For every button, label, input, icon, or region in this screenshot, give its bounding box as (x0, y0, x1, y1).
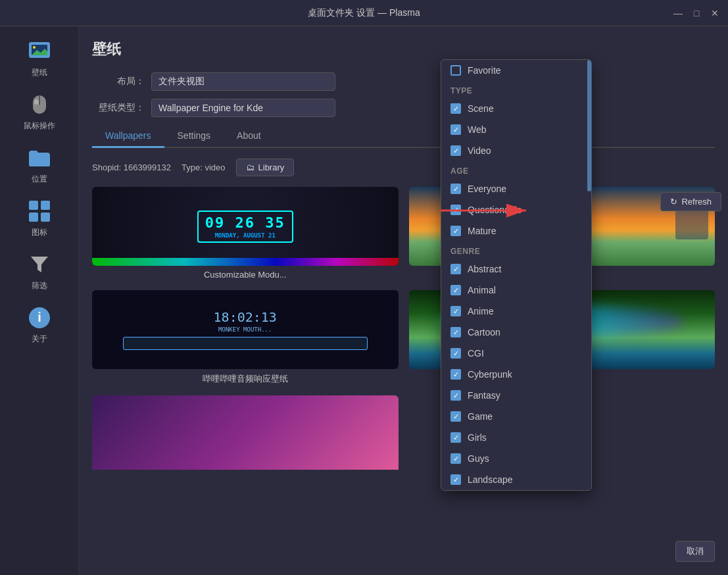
sidebar-item-wallpaper[interactable]: 壁纸 (0, 33, 78, 84)
tab-wallpapers[interactable]: Wallpapers (92, 125, 164, 148)
dropdown-label-video: Video (468, 145, 491, 156)
dropdown-item-animal[interactable]: Animal (441, 280, 591, 301)
dropdown-item-guys[interactable]: Guys (441, 448, 591, 469)
layout-label: 布局： (92, 76, 145, 88)
dropdown-item-fantasy[interactable]: Fantasy (441, 385, 591, 406)
checkbox-questionable[interactable] (450, 205, 461, 215)
checkbox-animal[interactable] (450, 285, 461, 295)
titlebar-controls: — □ ✕ (671, 7, 721, 20)
refresh-button[interactable]: ↻ Refresh (660, 192, 721, 211)
tabs: Wallpapers Settings About (92, 125, 715, 148)
checkbox-everyone[interactable] (450, 184, 461, 194)
wallpaper-type-label: 壁纸类型： (92, 102, 145, 114)
info-row: Shopid: 1663999132 Type: video 🗂 Library (92, 159, 715, 176)
sidebar-item-mouse[interactable]: 鼠标操作 (0, 86, 78, 137)
dropdown-label-questionable: Questionable (468, 205, 522, 215)
sidebar-label-icon: 图标 (32, 227, 47, 238)
checkbox-mature[interactable] (450, 226, 461, 236)
dropdown-item-video[interactable]: Video (441, 140, 591, 161)
dropdown-item-anime[interactable]: Anime (441, 301, 591, 322)
titlebar-title: 桌面文件夹 设置 — Plasma (308, 7, 420, 19)
checkbox-fantasy[interactable] (450, 390, 461, 401)
dropdown-label-favorite: Favorite (468, 65, 501, 76)
checkbox-cartoon[interactable] (450, 327, 461, 338)
checkbox-guys[interactable] (450, 453, 461, 464)
checkbox-favorite[interactable] (450, 65, 461, 76)
dropdown-item-abstract[interactable]: Abstract (441, 259, 591, 280)
checkbox-cyberpunk[interactable] (450, 369, 461, 380)
dropdown-label-fantasy: Fantasy (468, 390, 500, 401)
dropdown-label-guys: Guys (468, 453, 489, 464)
svg-marker-11 (31, 257, 48, 272)
checkbox-abstract[interactable] (450, 264, 461, 274)
content-area: 壁纸 布局： 壁纸类型： Wallpapers Settings About S… (79, 26, 728, 575)
maximize-button[interactable]: □ (690, 7, 703, 20)
dropdown-item-scene[interactable]: Scene (441, 98, 591, 119)
dropdown-item-favorite[interactable]: Favorite (441, 60, 591, 81)
dropdown-label-abstract: Abstract (468, 264, 501, 274)
main-layout: 壁纸 鼠标操作 位置 (0, 26, 728, 575)
dropdown-label-landscape: Landscape (468, 474, 513, 485)
refresh-icon: ↻ (670, 197, 677, 207)
dropdown-label-animal: Animal (468, 285, 496, 295)
dropdown-item-web[interactable]: Web (441, 119, 591, 140)
dropdown-header-genre: GENRE (441, 241, 591, 259)
about-icon: i (26, 305, 53, 331)
wallpaper-thumb-3: 18:02:13 MONKEY MOUTH... (92, 290, 399, 369)
titlebar: 桌面文件夹 设置 — Plasma — □ ✕ (0, 0, 728, 26)
sidebar-item-location[interactable]: 位置 (0, 139, 78, 190)
dropdown-item-mature[interactable]: Mature (441, 220, 591, 241)
dropdown-label-cyberpunk: Cyberpunk (468, 369, 512, 380)
sidebar-label-mouse: 鼠标操作 (24, 120, 55, 132)
sidebar-item-icon[interactable]: 图标 (0, 193, 78, 243)
checkbox-girls[interactable] (450, 432, 461, 443)
checkbox-landscape[interactable] (450, 474, 461, 485)
layout-input[interactable] (151, 72, 335, 91)
checkbox-video[interactable] (450, 145, 461, 156)
page-title: 壁纸 (92, 39, 715, 59)
svg-rect-6 (34, 99, 39, 105)
sidebar-label-filter: 筛选 (32, 280, 47, 291)
svg-rect-9 (29, 213, 38, 222)
svg-rect-7 (29, 201, 38, 210)
wallpaper-icon (26, 38, 53, 64)
checkbox-cgi[interactable] (450, 348, 461, 359)
svg-rect-10 (41, 213, 50, 222)
checkbox-game[interactable] (450, 411, 461, 422)
wallpaper-grid: 09 26 35 MONDAY, AUGUST 21 Customizable … (92, 187, 715, 470)
wallpaper-item-1[interactable]: 09 26 35 MONDAY, AUGUST 21 Customizable … (92, 187, 399, 280)
dropdown-item-game[interactable]: Game (441, 406, 591, 427)
svg-text:i: i (37, 310, 41, 324)
wallpaper-item-3[interactable]: 18:02:13 MONKEY MOUTH... 哔哩哔哩音频响应壁纸 (92, 290, 399, 385)
mouse-icon (26, 91, 53, 118)
dropdown-item-cartoon[interactable]: Cartoon (441, 322, 591, 343)
wallpaper-type-input[interactable] (151, 99, 335, 117)
wallpaper-thumb-1: 09 26 35 MONDAY, AUGUST 21 (92, 187, 399, 266)
sidebar-label-wallpaper: 壁纸 (32, 67, 47, 78)
tab-about[interactable]: About (224, 125, 274, 148)
sidebar-item-filter[interactable]: 筛选 (0, 246, 78, 297)
minimize-button[interactable]: — (671, 7, 685, 20)
sidebar-label-about: 关于 (32, 334, 47, 345)
tab-settings[interactable]: Settings (164, 125, 224, 148)
dropdown-item-everyone[interactable]: Everyone (441, 178, 591, 199)
close-button[interactable]: ✕ (708, 7, 721, 20)
svg-rect-8 (41, 201, 50, 210)
library-button[interactable]: 🗂 Library (236, 159, 295, 176)
dropdown-header-age: AGE (441, 161, 591, 178)
checkbox-scene[interactable] (450, 103, 461, 114)
dropdown-item-girls[interactable]: Girls (441, 427, 591, 448)
checkbox-anime[interactable] (450, 306, 461, 316)
cancel-button[interactable]: 取消 (675, 541, 715, 562)
dropdown-label-game: Game (468, 411, 493, 422)
wallpaper-item-5[interactable] (92, 395, 399, 470)
checkbox-web[interactable] (450, 124, 461, 135)
sidebar-item-about[interactable]: i 关于 (0, 299, 78, 350)
dropdown-label-cartoon: Cartoon (468, 327, 500, 338)
dropdown-item-questionable[interactable]: Questionable (441, 199, 591, 220)
filter-icon (26, 251, 53, 278)
dropdown-item-landscape[interactable]: Landscape (441, 469, 591, 490)
dropdown-scroll[interactable]: FavoriteTYPESceneWebVideoAGEEveryoneQues… (441, 60, 591, 490)
dropdown-item-cyberpunk[interactable]: Cyberpunk (441, 364, 591, 385)
dropdown-item-cgi[interactable]: CGI (441, 343, 591, 364)
